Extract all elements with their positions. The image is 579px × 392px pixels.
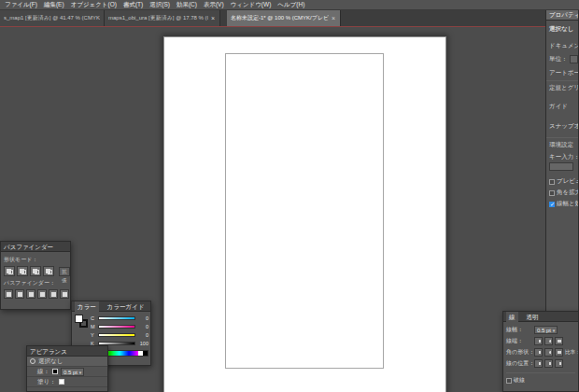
preview-bounds-label: プレビュー境界 [557,177,579,186]
stroke-color-swatch[interactable] [52,369,58,374]
intersect-icon[interactable] [30,266,41,276]
tab-color-guide[interactable]: カラーガイド [105,301,148,312]
black-value[interactable]: 100 [137,341,148,346]
snap-options-label[interactable]: スナップオプション [546,122,578,130]
menu-item-effect[interactable]: 効果(C) [177,1,197,9]
tab-gap [220,10,227,26]
units-dropdown[interactable] [570,55,579,63]
miter-join-icon[interactable] [534,348,543,357]
dashed-line-checkbox[interactable] [506,378,512,384]
pathfinder-panel-title: パスファインダー [4,242,53,251]
stroke-row-label: 線： [37,368,49,376]
document-tab-label: s_map1 [更新済み] @ 41.47 % (CMYK/プレビュー) [4,14,100,22]
key-input-field[interactable] [549,162,573,171]
cap-label: 線端： [506,337,532,345]
stroke-weight-combo[interactable]: 0.5 pt ▾ [534,326,558,334]
minus-front-icon[interactable] [17,266,28,276]
document-section-label: ドキュメント [546,42,578,49]
outline-icon[interactable] [49,289,58,299]
close-tab-icon[interactable]: × [331,15,336,21]
stroke-weight-value: 0.5 pt [64,370,78,375]
artboard[interactable] [163,36,446,392]
artboard-section-label[interactable]: アートボード [546,69,578,77]
stroke-weight-value: 0.5 pt [537,328,551,333]
butt-cap-icon[interactable] [534,337,543,345]
menu-item-type[interactable]: 書式(T) [123,1,143,9]
magenta-slider[interactable] [98,325,135,329]
divider [546,80,578,81]
align-center-icon[interactable] [534,359,543,368]
menu-item-object[interactable]: オブジェクト(O) [71,1,117,9]
tab-transparency[interactable]: 透明 [524,312,542,322]
appearance-panel-title: アピアランス [30,346,67,356]
scale-strokes-effects-label: 線幅と効果を拡大・縮小 [557,200,579,208]
divide-icon[interactable] [4,289,13,299]
menu-item-window[interactable]: ウィンドウ(W) [231,1,272,9]
guides-label[interactable]: ガイド [546,103,578,110]
illustrator-window: { "menubar": { "items": ["ファイル(F)", "編集(… [0,0,579,392]
document-tab-2[interactable]: maps1_obi_ura [更新済み] @ 17.78 % (CMYK/プレビ… [105,10,220,26]
scale-strokes-effects-checkbox[interactable] [549,202,555,207]
tab-color[interactable]: カラー [75,301,99,312]
corner-label: 角の形状： [506,348,532,357]
rulers-grid-label[interactable]: 定規とグリッド [546,84,578,91]
pathfinder-panel-header[interactable]: パスファインダー [1,242,70,252]
merge-icon[interactable] [26,289,35,299]
dashed-line-label: 破線 [514,376,525,385]
fill-color-swatch[interactable] [59,379,64,385]
chevron-down-icon: ▾ [79,370,82,375]
fill-row-label: 塗り： [37,378,56,386]
bevel-join-icon[interactable] [555,348,563,357]
rectangle-object[interactable] [225,53,384,369]
chevron-down-icon: ▾ [553,328,556,333]
menu-item-help[interactable]: ヘルプ(H) [277,1,304,9]
expand-button[interactable]: 拡張 [59,267,70,276]
menu-item-select[interactable]: 選択(S) [149,1,170,9]
align-inside-icon[interactable] [544,359,553,368]
document-tab-active[interactable]: 名称未設定-1* @ 100 % (CMYK/プレビュー) × [227,10,341,26]
appearance-row-stroke[interactable]: 線： 0.5 pt ▾ [27,367,107,377]
fill-stroke-proxy[interactable] [75,315,88,328]
divider [546,137,578,138]
menu-item-view[interactable]: 表示(V) [204,1,224,9]
cyan-slider[interactable] [98,316,135,320]
menu-item-edit[interactable]: 編集(E) [44,1,64,9]
stroke-weight-label: 線幅： [506,326,532,334]
crop-icon[interactable] [37,289,47,299]
magenta-value[interactable]: 0 [137,324,148,329]
preferences-label: 環境設定 [546,141,578,148]
menu-item-file[interactable]: ファイル(F) [5,1,37,9]
projecting-cap-icon[interactable] [555,337,563,345]
yellow-slider-label: Y [91,332,96,338]
cyan-value[interactable]: 0 [137,315,148,321]
document-tab-label: maps1_obi_ura [更新済み] @ 17.78 % (CMYK/プレビ… [108,14,208,22]
stroke-weight-dropdown[interactable]: 0.5 pt ▾ [61,368,84,376]
round-cap-icon[interactable] [544,337,553,345]
unite-icon[interactable] [4,266,15,276]
yellow-value[interactable]: 0 [137,332,148,338]
appearance-row-fill[interactable]: 塗り： [27,377,107,387]
pathfinder-panel: パスファインダー 形状モード： 拡張 パスファインダー： [0,241,71,310]
appearance-panel-header[interactable]: アピアランス [27,346,107,357]
yellow-slider[interactable] [98,333,135,337]
key-input-label: キー入力： [546,153,578,161]
shape-modes-label: 形状モード： [4,256,67,264]
document-tab-1[interactable]: s_map1 [更新済み] @ 41.47 % (CMYK/プレビュー) [0,10,105,26]
appearance-no-selection-label: 選択なし [38,357,63,366]
no-selection-label: 選択なし [546,25,578,33]
appearance-row-no-selection[interactable]: 選択なし [27,357,107,367]
fill-proxy-icon[interactable] [75,315,83,323]
minus-back-icon[interactable] [60,289,69,299]
document-tab-bar: s_map1 [更新済み] @ 41.47 % (CMYK/プレビュー) map… [0,10,545,26]
preview-bounds-checkbox[interactable] [549,179,555,185]
target-icon [30,358,35,364]
tab-stroke[interactable]: 線 [506,312,518,322]
scale-corners-checkbox[interactable] [549,190,555,196]
pathfinder-label: パスファインダー： [4,279,67,287]
white-black-swatches[interactable] [138,351,148,356]
trim-icon[interactable] [15,289,24,299]
round-join-icon[interactable] [544,348,553,357]
exclude-icon[interactable] [43,266,54,276]
close-tab-icon[interactable]: × [210,15,216,21]
align-outside-icon[interactable] [555,359,563,368]
